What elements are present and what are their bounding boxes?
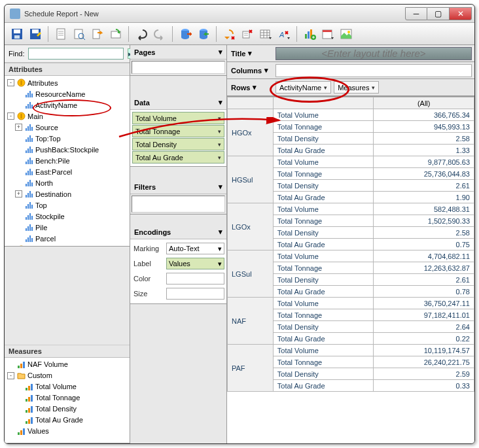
tree-item[interactable]: Top: [5, 199, 130, 211]
data-dropdown-icon[interactable]: ▾: [219, 98, 222, 107]
tree-item[interactable]: East:Parcel: [5, 166, 130, 177]
titlebar[interactable]: Schedule Report - New ─ ▢ ✕: [5, 5, 474, 23]
rows-dropdown-icon[interactable]: ▾: [253, 83, 257, 92]
svg-rect-52: [27, 171, 29, 175]
table-row[interactable]: NAFTotal Volume36,750,247.11: [228, 298, 474, 309]
svg-rect-25: [26, 95, 27, 97]
pages-dropzone[interactable]: [132, 61, 225, 74]
undo-clear-button[interactable]: [221, 26, 238, 43]
middle-pane: Pages▾ Data▾ Total Volume▾Total Tonnage▾…: [130, 45, 227, 443]
redo-button[interactable]: [151, 26, 168, 43]
tree-item[interactable]: Stockpile: [5, 211, 130, 222]
tree-item[interactable]: +Source: [5, 122, 130, 133]
columns-dropzone[interactable]: [275, 64, 472, 77]
page-button[interactable]: [52, 26, 69, 43]
enc-marking-value[interactable]: Auto-Text▾: [166, 243, 224, 254]
chart-add-button[interactable]: [301, 26, 318, 43]
font-button[interactable]: A: [275, 26, 293, 43]
grid-dd-button[interactable]: [257, 26, 274, 43]
tree-item-label: PushBack:Stockpile: [35, 146, 99, 154]
title-dropdown-icon[interactable]: ▾: [248, 49, 252, 58]
svg-rect-65: [29, 202, 31, 209]
tree-item-label: Destination: [35, 190, 71, 198]
undo-button[interactable]: [133, 26, 150, 43]
refresh-button[interactable]: [107, 26, 124, 43]
svg-rect-28: [31, 94, 33, 97]
table-row[interactable]: HGOxTotal Volume366,765.34: [228, 109, 474, 121]
image-button[interactable]: [338, 26, 355, 43]
tree-item[interactable]: +Destination: [5, 188, 130, 199]
data-item[interactable]: Total Volume▾: [132, 112, 224, 124]
encodings-dropdown-icon[interactable]: ▾: [219, 228, 222, 236]
tree-item[interactable]: Pile: [5, 222, 130, 233]
save-button[interactable]: [9, 26, 26, 43]
enc-color-value[interactable]: [166, 273, 224, 284]
expand-toggle[interactable]: -: [7, 79, 14, 86]
data-item[interactable]: Total Au Grade▾: [132, 151, 224, 164]
clear-row-button[interactable]: [239, 26, 256, 43]
calendar-button[interactable]: [319, 26, 336, 43]
data-dropzone[interactable]: Total Volume▾Total Tonnage▾Total Density…: [130, 110, 226, 166]
expand-toggle[interactable]: +: [15, 190, 22, 198]
tree-item-label: NAF Volume: [27, 360, 68, 368]
minimize-button[interactable]: ─: [405, 7, 427, 20]
attributes-tree[interactable]: -AttributesResourceNameActivityName-Main…: [5, 76, 130, 246]
expand-toggle[interactable]: -: [7, 112, 14, 120]
svg-rect-97: [20, 430, 22, 435]
enc-size-value[interactable]: [166, 288, 224, 300]
tree-item[interactable]: PushBack:Stockpile: [5, 144, 130, 155]
preview-button[interactable]: [71, 26, 88, 43]
row-chip[interactable]: ActivityName▾: [275, 81, 331, 94]
table-row[interactable]: HGSulTotal Volume9,877,805.63: [228, 156, 474, 168]
title-label: Title: [231, 50, 245, 58]
rows-dropzone[interactable]: ActivityName▾Measures▾: [273, 81, 474, 94]
find-input[interactable]: [28, 48, 124, 60]
layout-title-input[interactable]: [275, 47, 472, 60]
columns-dropdown-icon[interactable]: ▾: [264, 66, 268, 75]
svg-rect-74: [31, 227, 33, 231]
tree-item[interactable]: -Attributes: [5, 77, 130, 88]
tree-item[interactable]: +Calendar (Calendar): [5, 244, 130, 246]
table-row[interactable]: LGSulTotal Volume4,704,682.11: [228, 250, 474, 262]
tree-item[interactable]: Total Tonnage: [5, 392, 130, 404]
tree-item[interactable]: Bench:Pile: [5, 155, 130, 166]
data-grid[interactable]: (All)HGOxTotal Volume366,765.34Total Ton…: [227, 97, 474, 392]
tree-item[interactable]: North: [5, 177, 130, 188]
tree-item[interactable]: -Custom: [5, 370, 130, 381]
tree-item[interactable]: Total Volume: [5, 381, 130, 392]
expand-toggle[interactable]: +: [15, 124, 22, 131]
filters-dropdown-icon[interactable]: ▾: [219, 182, 222, 191]
pages-dropdown-icon[interactable]: ▾: [219, 48, 222, 56]
tree-item[interactable]: -Main: [5, 111, 130, 122]
tree-item[interactable]: Top:Top: [5, 133, 130, 144]
db2-button[interactable]: [195, 26, 212, 43]
export-button[interactable]: [89, 26, 106, 43]
tree-item[interactable]: ResourceName: [5, 88, 130, 99]
data-item[interactable]: Total Density▾: [132, 138, 224, 150]
svg-text:A: A: [279, 31, 284, 39]
data-item[interactable]: Total Tonnage▾: [132, 125, 224, 137]
filters-dropzone[interactable]: [132, 196, 225, 213]
db-button[interactable]: [177, 26, 194, 43]
table-row[interactable]: PAFTotal Volume10,119,174.57: [228, 345, 474, 356]
svg-point-22: [347, 31, 350, 33]
tree-item[interactable]: Total Density: [5, 404, 130, 415]
tree-item[interactable]: Total Au Grade: [5, 415, 130, 426]
value-cell: 0.78: [374, 286, 474, 298]
table-row[interactable]: LGOxTotal Volume582,488.31: [228, 203, 474, 215]
enc-label-value[interactable]: Values▾: [166, 258, 224, 269]
tree-item[interactable]: NAF Volume: [5, 359, 130, 370]
save-as-button[interactable]: [27, 26, 44, 43]
tree-item[interactable]: ActivityName: [5, 99, 130, 111]
measures-tree[interactable]: NAF Volume-CustomTotal VolumeTotal Tonna…: [5, 358, 130, 443]
tree-item[interactable]: Values: [5, 426, 130, 437]
maximize-button[interactable]: ▢: [427, 7, 450, 20]
expand-toggle[interactable]: -: [7, 372, 14, 379]
svg-rect-43: [26, 150, 27, 153]
svg-rect-95: [31, 417, 33, 424]
close-button[interactable]: ✕: [450, 7, 472, 20]
tree-item[interactable]: Parcel: [5, 233, 130, 244]
value-cell: 1.90: [374, 192, 474, 203]
row-chip[interactable]: Measures▾: [334, 81, 379, 94]
svg-rect-5: [57, 29, 65, 39]
